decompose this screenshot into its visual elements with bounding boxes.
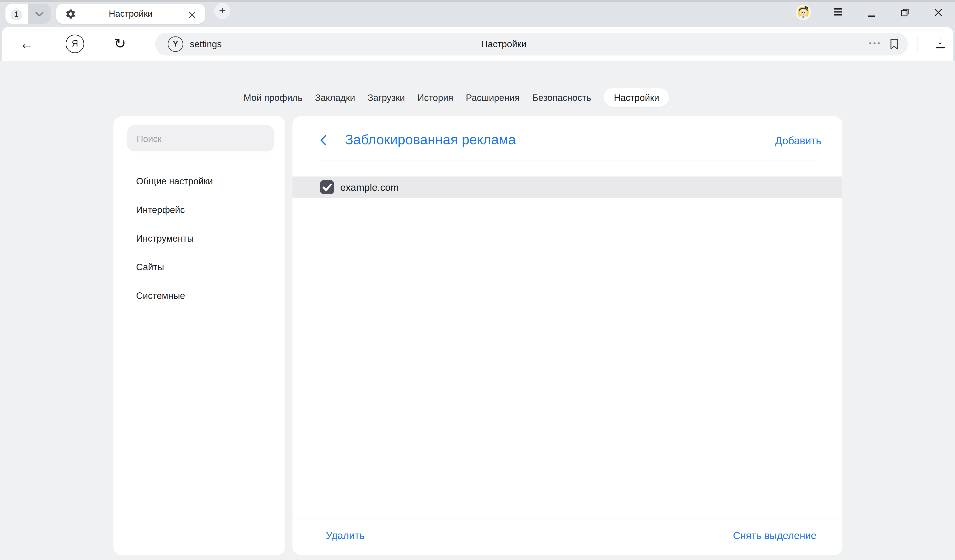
settings-page: Мой профиль Закладки Загрузки История Ра…: [0, 61, 955, 560]
footer-divider: [293, 519, 842, 519]
download-baseline: [936, 47, 945, 48]
yandex-logo-icon[interactable]: Я: [66, 34, 84, 53]
address-bar-page-title: Настройки: [155, 33, 852, 55]
blocked-ad-row[interactable]: example.com: [293, 176, 842, 198]
search-input[interactable]: [127, 125, 274, 151]
window-minimize-button[interactable]: [868, 16, 875, 17]
tab-group-expand-button[interactable]: [28, 3, 51, 24]
row-checkbox[interactable]: [320, 180, 334, 194]
download-icon: ↓: [933, 33, 947, 47]
browser-toolbar: ← Я ↻ Y settings Настройки ••• ↓: [2, 27, 953, 61]
window-close-button[interactable]: [934, 8, 942, 17]
delete-link[interactable]: Удалить: [326, 530, 365, 542]
settings-sidebar: Общие настройки Интерфейс Инструменты Са…: [113, 116, 285, 555]
tab-group-control[interactable]: 1: [5, 3, 51, 24]
settings-nav-tabs: Мой профиль Закладки Загрузки История Ра…: [244, 88, 670, 107]
chevron-down-icon: [35, 8, 44, 19]
sidebar-item-interface[interactable]: Интерфейс: [113, 196, 285, 224]
window-restore-button[interactable]: [901, 8, 909, 17]
refresh-icon[interactable]: ↻: [114, 27, 126, 61]
sidebar-item-tools[interactable]: Инструменты: [113, 224, 285, 253]
new-tab-button[interactable]: +: [214, 3, 231, 19]
toolbar-divider: [917, 36, 917, 52]
window-top-edge: [0, 0, 955, 2]
tab-title: Настройки: [80, 3, 182, 24]
browser-window: 1 Настройки +: [0, 0, 955, 560]
blocked-domain: example.com: [340, 176, 399, 198]
tab-settings[interactable]: Настройки: [604, 88, 670, 107]
tab-my-profile[interactable]: Мой профиль: [244, 88, 302, 107]
header-divider: [319, 160, 816, 161]
plus-icon: +: [219, 4, 225, 17]
bookmark-icon[interactable]: [889, 38, 899, 50]
sidebar-item-system[interactable]: Системные: [113, 281, 285, 310]
avatar[interactable]: [796, 5, 811, 20]
tab-bar: 1 Настройки +: [0, 0, 955, 27]
menu-icon[interactable]: [834, 8, 842, 16]
tab-close-icon[interactable]: [189, 10, 196, 17]
tab-group-counter[interactable]: 1: [5, 3, 28, 24]
active-tab[interactable]: Настройки: [56, 3, 205, 24]
sidebar-items: Общие настройки Интерфейс Инструменты Са…: [113, 167, 285, 310]
add-button[interactable]: Добавить: [775, 135, 821, 147]
sidebar-item-sites[interactable]: Сайты: [113, 253, 285, 281]
tab-group-badge-icon: 1: [9, 7, 23, 21]
back-icon[interactable]: ←: [20, 27, 34, 61]
tab-history[interactable]: История: [417, 88, 453, 107]
tab-bookmarks[interactable]: Закладки: [315, 88, 355, 107]
overflow-dots-icon[interactable]: •••: [869, 33, 882, 54]
sidebar-item-general[interactable]: Общие настройки: [113, 167, 285, 196]
clear-selection-link[interactable]: Снять выделение: [733, 530, 817, 542]
chevron-left-icon[interactable]: [320, 135, 327, 145]
page-title: Заблокированная реклама: [345, 132, 516, 148]
tab-group-count: 1: [9, 10, 23, 19]
gear-icon: [65, 8, 77, 20]
tab-security[interactable]: Безопасность: [532, 88, 591, 107]
tab-extensions[interactable]: Расширения: [466, 88, 520, 107]
tab-downloads[interactable]: Загрузки: [368, 88, 405, 107]
address-bar[interactable]: Y settings Настройки •••: [155, 33, 908, 55]
downloads-button[interactable]: ↓: [933, 33, 947, 55]
sidebar-divider: [130, 159, 273, 159]
blocked-ads-panel: Заблокированная реклама Добавить example…: [293, 116, 842, 555]
